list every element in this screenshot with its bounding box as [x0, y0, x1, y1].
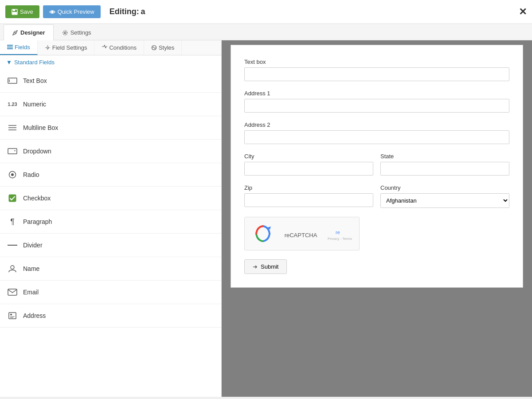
google-icon: re — [336, 227, 344, 237]
main-tabs: Designer Settings — [0, 24, 532, 40]
gear-icon — [62, 30, 68, 36]
field-item-multiline-box[interactable]: Multiline Box — [0, 116, 221, 140]
city-state-row: City State — [244, 153, 509, 176]
sub-tab-field-settings[interactable]: Field Settings — [38, 40, 95, 55]
editing-label: Editing: a — [110, 7, 145, 16]
city-label: City — [244, 153, 373, 160]
fields-section: ▼ Standard Fields Text Box 1.23 Numeric — [0, 55, 221, 397]
svg-point-5 — [64, 32, 66, 34]
tab-designer[interactable]: Designer — [4, 24, 54, 40]
address1-field-group: Address 1 — [244, 90, 509, 113]
svg-rect-24 — [10, 314, 12, 315]
field-item-checkbox[interactable]: Checkbox — [0, 187, 221, 210]
svg-text:re: re — [336, 230, 340, 235]
submit-icon — [253, 264, 258, 270]
captcha-container: reCAPTCHA re Privacy - Terms — [244, 217, 509, 250]
city-field-group: City — [244, 153, 373, 176]
save-button[interactable]: Save — [5, 5, 39, 18]
numeric-icon: 1.23 — [7, 99, 18, 110]
svg-point-4 — [15, 32, 16, 33]
right-panel: Text box Address 1 Address 2 City State — [222, 40, 532, 397]
svg-point-3 — [51, 11, 53, 13]
checkbox-icon — [7, 193, 18, 203]
sub-tabs: Fields Field Settings Conditions — [0, 40, 221, 55]
zip-label: Zip — [244, 184, 373, 191]
sub-tab-fields[interactable]: Fields — [0, 40, 38, 55]
captcha-widget[interactable]: reCAPTCHA re Privacy - Terms — [244, 217, 360, 250]
name-icon — [7, 263, 18, 274]
recaptcha-icon — [252, 223, 274, 245]
field-item-paragraph[interactable]: ¶ Paragraph — [0, 210, 221, 234]
svg-rect-1 — [13, 9, 15, 11]
address2-field-group: Address 2 — [244, 121, 509, 144]
conditions-icon — [102, 45, 107, 51]
country-select[interactable]: Afghanistan Albania Algeria United State… — [380, 193, 509, 208]
field-settings-icon — [45, 45, 51, 51]
field-item-address[interactable]: Address — [0, 304, 221, 328]
left-panel: Fields Field Settings Conditions — [0, 40, 222, 397]
fields-icon — [7, 44, 13, 50]
close-button[interactable]: ✕ — [519, 6, 527, 18]
state-input[interactable] — [380, 162, 509, 176]
svg-rect-2 — [12, 12, 17, 14]
city-input[interactable] — [244, 162, 373, 176]
dropdown-icon — [7, 146, 18, 156]
multiline-icon — [7, 122, 18, 133]
svg-rect-22 — [8, 289, 17, 295]
sub-tab-conditions[interactable]: Conditions — [94, 40, 144, 55]
field-item-divider[interactable]: Divider — [0, 234, 221, 257]
country-label: Country — [380, 184, 509, 191]
captcha-logo: re Privacy - Terms — [328, 227, 352, 241]
svg-rect-7 — [7, 47, 13, 47]
address2-input[interactable] — [244, 130, 509, 144]
svg-point-9 — [47, 47, 48, 49]
state-label: State — [380, 153, 509, 160]
submit-button[interactable]: Submit — [244, 259, 287, 274]
styles-icon — [151, 45, 157, 51]
designer-icon — [12, 30, 18, 36]
address1-input[interactable] — [244, 99, 509, 113]
address-icon — [7, 310, 18, 321]
svg-rect-19 — [9, 195, 16, 202]
textbox-field-group: Text box — [244, 59, 509, 81]
zip-country-row: Zip Country Afghanistan Albania Algeria … — [244, 184, 509, 208]
radio-icon — [7, 169, 18, 180]
state-field-group: State — [380, 153, 509, 176]
textbox-label: Text box — [244, 59, 509, 65]
tab-settings[interactable]: Settings — [54, 24, 100, 40]
main-layout: Fields Field Settings Conditions — [0, 40, 532, 397]
field-item-dropdown[interactable]: Dropdown — [0, 140, 221, 163]
svg-rect-8 — [7, 48, 13, 49]
eye-icon — [49, 9, 55, 15]
captcha-label: reCAPTCHA — [278, 229, 323, 239]
address2-label: Address 2 — [244, 121, 509, 128]
svg-rect-16 — [8, 149, 17, 154]
email-icon — [7, 287, 18, 297]
field-item-numeric[interactable]: 1.23 Numeric — [0, 93, 221, 116]
field-item-name[interactable]: Name — [0, 257, 221, 281]
textbox-icon — [7, 75, 18, 86]
country-field-group: Country Afghanistan Albania Algeria Unit… — [380, 184, 509, 208]
svg-point-18 — [11, 173, 14, 176]
svg-point-21 — [11, 266, 14, 269]
svg-rect-6 — [7, 45, 13, 46]
save-icon — [12, 9, 18, 15]
zip-input[interactable] — [244, 193, 373, 207]
field-item-text-box[interactable]: Text Box — [0, 69, 221, 93]
textbox-input[interactable] — [244, 67, 509, 81]
standard-fields-header[interactable]: ▼ Standard Fields — [0, 55, 221, 69]
zip-field-group: Zip — [244, 184, 373, 208]
toolbar: Save Quick Preview Editing: a ✕ — [0, 0, 532, 24]
preview-form: Text box Address 1 Address 2 City State — [231, 45, 523, 288]
field-item-email[interactable]: Email — [0, 281, 221, 304]
sub-tab-styles[interactable]: Styles — [144, 40, 182, 55]
address1-label: Address 1 — [244, 90, 509, 97]
quick-preview-button[interactable]: Quick Preview — [43, 5, 101, 18]
divider-icon — [7, 240, 18, 250]
paragraph-icon: ¶ — [7, 216, 18, 227]
field-item-radio[interactable]: Radio — [0, 163, 221, 187]
